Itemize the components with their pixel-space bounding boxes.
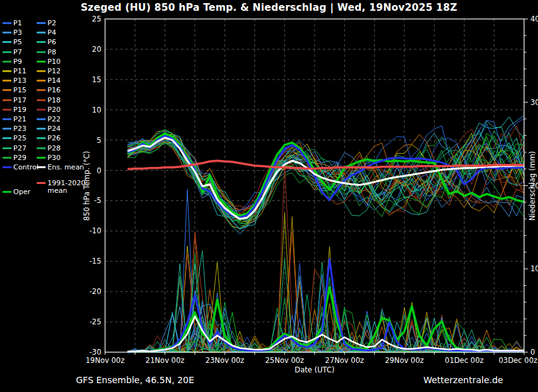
member-label-P19: P19 bbox=[13, 106, 27, 114]
member-swatch-P9 bbox=[3, 61, 11, 63]
legend-item-P10: P10 bbox=[37, 57, 71, 66]
legend-item-P27: P27 bbox=[3, 143, 37, 152]
legend-item-P8: P8 bbox=[37, 47, 71, 57]
member-label-P9: P9 bbox=[13, 58, 22, 66]
member-label-P4: P4 bbox=[47, 28, 56, 37]
legend-item-P25: P25 bbox=[3, 133, 37, 143]
member-swatch-P30 bbox=[37, 157, 46, 159]
legend-item-P2: P2 bbox=[37, 18, 71, 28]
member-label-P7: P7 bbox=[13, 48, 22, 56]
legend-item-P20: P20 bbox=[37, 105, 71, 114]
member-swatch-P4 bbox=[37, 32, 46, 34]
member-swatch-P24 bbox=[37, 128, 46, 130]
member-swatch-P5 bbox=[3, 41, 11, 43]
oper-label: Oper bbox=[13, 188, 30, 196]
left-axis-tick-label: 0 bbox=[97, 166, 101, 175]
left-axis-tick-label: -10 bbox=[89, 226, 101, 235]
legend-item-P7: P7 bbox=[3, 47, 37, 57]
member-swatch-P8 bbox=[37, 51, 46, 53]
member-label-P27: P27 bbox=[13, 144, 27, 152]
member-label-P13: P13 bbox=[13, 77, 27, 85]
member-swatch-P20 bbox=[37, 109, 46, 111]
member-swatch-P3 bbox=[3, 32, 11, 34]
legend-item-P11: P11 bbox=[3, 66, 37, 76]
site-caption: Wetterzentrale.de bbox=[423, 375, 503, 385]
legend-item-oper: Oper bbox=[3, 188, 30, 196]
member-swatch-P25 bbox=[3, 137, 11, 139]
legend-item-P13: P13 bbox=[3, 76, 37, 85]
member-swatch-P1 bbox=[3, 22, 11, 24]
legend-item-ens-mean: Ens. mean bbox=[37, 163, 84, 171]
x-axis-tick-label: 01Dec 00z bbox=[445, 356, 484, 365]
left-axis-tick-label: -5 bbox=[94, 196, 101, 205]
member-label-P8: P8 bbox=[47, 48, 56, 56]
meteogram-page: 2520151050-5-10-15-20-25-3001020304019No… bbox=[0, 0, 538, 392]
member-label-P5: P5 bbox=[13, 38, 22, 46]
member-label-P26: P26 bbox=[47, 134, 61, 142]
legend-item-P23: P23 bbox=[3, 124, 37, 133]
member-label-P23: P23 bbox=[13, 125, 27, 133]
control-label: Control bbox=[13, 163, 39, 171]
member-label-P6: P6 bbox=[47, 38, 56, 46]
member-label-P2: P2 bbox=[47, 19, 56, 27]
member-label-P20: P20 bbox=[47, 106, 61, 114]
member-swatch-P16 bbox=[37, 89, 46, 91]
member-label-P1: P1 bbox=[13, 19, 22, 27]
legend-item-P4: P4 bbox=[37, 28, 71, 37]
member-label-P11: P11 bbox=[13, 67, 27, 75]
ens-mean-label: Ens. mean bbox=[47, 163, 84, 171]
member-label-P15: P15 bbox=[13, 86, 27, 94]
legend-item-P29: P29 bbox=[3, 153, 37, 162]
member-label-P16: P16 bbox=[47, 86, 61, 94]
member-swatch-P2 bbox=[37, 22, 46, 24]
member-swatch-P21 bbox=[3, 118, 11, 120]
left-axis-tick-label: 15 bbox=[92, 75, 101, 84]
right-axis-tick-label: 30 bbox=[530, 98, 538, 107]
member-label-P18: P18 bbox=[47, 96, 61, 104]
legend-item-P1: P1 bbox=[3, 18, 37, 28]
member-swatch-P19 bbox=[3, 109, 11, 111]
left-axis-title: 850 hPa Temp. (°C) bbox=[82, 151, 91, 221]
clim-mean-swatch bbox=[37, 182, 46, 184]
member-label-P21: P21 bbox=[13, 115, 27, 123]
member-swatch-P14 bbox=[37, 80, 46, 82]
left-axis-tick-label: -15 bbox=[89, 257, 101, 266]
member-swatch-P29 bbox=[3, 157, 11, 159]
member-label-P25: P25 bbox=[13, 134, 27, 142]
legend-item-P26: P26 bbox=[37, 133, 71, 143]
legend-item-P19: P19 bbox=[3, 105, 37, 114]
member-swatch-P10 bbox=[37, 61, 46, 63]
meteogram-chart: 2520151050-5-10-15-20-25-3001020304019No… bbox=[0, 0, 538, 392]
legend-item-P24: P24 bbox=[37, 124, 71, 133]
x-axis-tick-label: 25Nov 00z bbox=[265, 356, 304, 365]
member-label-P30: P30 bbox=[47, 154, 61, 162]
legend-item-P3: P3 bbox=[3, 28, 37, 37]
control-swatch bbox=[3, 166, 11, 168]
x-axis-tick-label: 27Nov 00z bbox=[325, 356, 364, 365]
x-axis-tick-label: 23Nov 00z bbox=[205, 356, 244, 365]
legend-item-P15: P15 bbox=[3, 85, 37, 95]
legend-item-P17: P17 bbox=[3, 95, 37, 105]
legend-item-P16: P16 bbox=[37, 85, 71, 95]
right-axis-tick-label: 0 bbox=[530, 348, 535, 357]
left-axis-tick-label: 10 bbox=[92, 106, 101, 114]
member-label-P3: P3 bbox=[13, 28, 22, 37]
left-axis-tick-label: 20 bbox=[92, 45, 101, 54]
legend-item-P30: P30 bbox=[37, 153, 71, 162]
legend-item-P14: P14 bbox=[37, 76, 71, 85]
legend-item-P5: P5 bbox=[3, 37, 37, 47]
right-axis-tick-label: 40 bbox=[530, 15, 538, 23]
member-swatch-P15 bbox=[3, 89, 11, 91]
page-title: Szeged (HU) 850 hPa Temp. & Niederschlag… bbox=[0, 2, 538, 13]
legend-item-P9: P9 bbox=[3, 57, 37, 66]
member-swatch-P27 bbox=[3, 147, 11, 149]
member-label-P22: P22 bbox=[47, 115, 61, 123]
x-axis-tick-label: 29Nov 00z bbox=[385, 356, 423, 365]
member-label-P12: P12 bbox=[47, 67, 61, 75]
member-swatch-P6 bbox=[37, 41, 46, 43]
member-label-P10: P10 bbox=[47, 58, 61, 66]
member-label-P24: P24 bbox=[47, 125, 61, 133]
member-label-P29: P29 bbox=[13, 154, 27, 162]
right-axis-tick-label: 10 bbox=[530, 264, 538, 273]
x-axis-tick-label: 21Nov 00z bbox=[146, 356, 184, 365]
